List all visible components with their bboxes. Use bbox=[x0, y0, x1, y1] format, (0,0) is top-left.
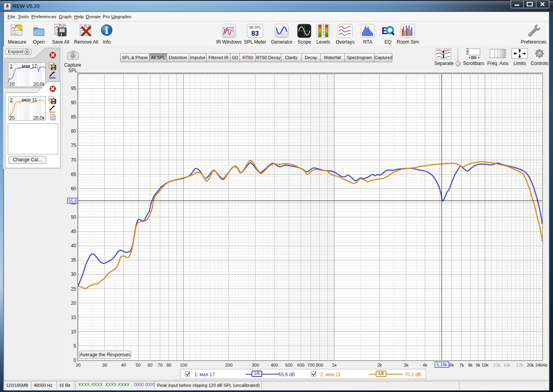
svg-text:55,8: 55,8 bbox=[68, 199, 77, 203]
svg-text:20: 20 bbox=[9, 82, 15, 87]
svg-text:9: 9 bbox=[323, 33, 324, 36]
svg-text:25: 25 bbox=[71, 286, 77, 292]
svg-text:700: 700 bbox=[307, 363, 315, 367]
svg-text:7k: 7k bbox=[459, 363, 464, 367]
svg-text:1: 1 bbox=[10, 63, 13, 69]
svg-text:SPL: SPL bbox=[68, 68, 77, 73]
svg-text:500: 500 bbox=[285, 363, 292, 367]
svg-text:20: 20 bbox=[9, 115, 15, 121]
svg-text:10: 10 bbox=[71, 329, 77, 335]
svg-text:6k: 6k bbox=[449, 363, 454, 367]
svg-text:мая 17: мая 17 bbox=[22, 63, 37, 69]
svg-text:9k: 9k bbox=[476, 363, 480, 367]
svg-text:0: 0 bbox=[73, 358, 76, 363]
svg-text:0: 0 bbox=[323, 25, 324, 27]
svg-text:20: 20 bbox=[71, 300, 77, 306]
svg-text:10k: 10k bbox=[482, 363, 489, 367]
svg-text:50: 50 bbox=[71, 214, 77, 220]
svg-text:600: 600 bbox=[297, 363, 304, 367]
svg-text:800: 800 bbox=[316, 363, 323, 367]
svg-text:70: 70 bbox=[71, 157, 77, 163]
svg-text:8k: 8k bbox=[468, 363, 473, 367]
svg-text:80: 80 bbox=[71, 128, 77, 134]
svg-text:85: 85 bbox=[71, 114, 77, 120]
svg-text:1k: 1k bbox=[332, 363, 337, 367]
svg-text:6: 6 bbox=[323, 31, 324, 33]
svg-text:17k: 17k bbox=[516, 363, 523, 367]
svg-text:14k: 14k bbox=[503, 363, 511, 367]
svg-text:95: 95 bbox=[71, 86, 77, 91]
svg-text:75: 75 bbox=[71, 143, 77, 148]
svg-text:20,0k: 20,0k bbox=[33, 115, 45, 121]
svg-text:45: 45 bbox=[71, 229, 77, 234]
svg-text:24kHz: 24kHz bbox=[535, 363, 547, 367]
svg-text:июн 11: июн 11 bbox=[22, 97, 37, 103]
svg-text:15: 15 bbox=[71, 315, 77, 320]
svg-text:30: 30 bbox=[71, 272, 77, 277]
svg-text:2: 2 bbox=[10, 97, 13, 103]
svg-text:70: 70 bbox=[158, 363, 163, 367]
svg-text:400: 400 bbox=[271, 363, 278, 367]
svg-text:2k: 2k bbox=[377, 363, 382, 367]
svg-text:40: 40 bbox=[71, 243, 77, 249]
svg-text:5: 5 bbox=[73, 343, 76, 349]
svg-text:20k: 20k bbox=[527, 363, 534, 367]
svg-text:50: 50 bbox=[136, 363, 140, 367]
svg-text:Change Cal...: Change Cal... bbox=[13, 157, 42, 163]
svg-text:100: 100 bbox=[180, 363, 187, 367]
svg-text:200: 200 bbox=[225, 363, 232, 367]
svg-text:300: 300 bbox=[252, 363, 259, 367]
svg-text:Average the Responses: Average the Responses bbox=[80, 352, 131, 358]
svg-text:4k: 4k bbox=[423, 363, 428, 367]
svg-text:3k: 3k bbox=[404, 363, 409, 367]
svg-text:83: 83 bbox=[252, 30, 259, 37]
svg-text:40: 40 bbox=[121, 363, 126, 367]
svg-text:60: 60 bbox=[148, 363, 152, 367]
svg-text:65: 65 bbox=[71, 172, 77, 177]
svg-text:80: 80 bbox=[167, 363, 171, 367]
svg-text:5,18k: 5,18k bbox=[437, 362, 447, 367]
svg-text:12k: 12k bbox=[493, 363, 501, 367]
svg-text:60: 60 bbox=[71, 186, 77, 191]
svg-text:90: 90 bbox=[71, 100, 77, 105]
svg-text:35: 35 bbox=[71, 257, 77, 263]
svg-text:30: 30 bbox=[102, 363, 107, 367]
svg-text:dB SPL: dB SPL bbox=[249, 25, 261, 29]
svg-text:20: 20 bbox=[76, 363, 81, 367]
svg-text:3: 3 bbox=[323, 27, 324, 30]
